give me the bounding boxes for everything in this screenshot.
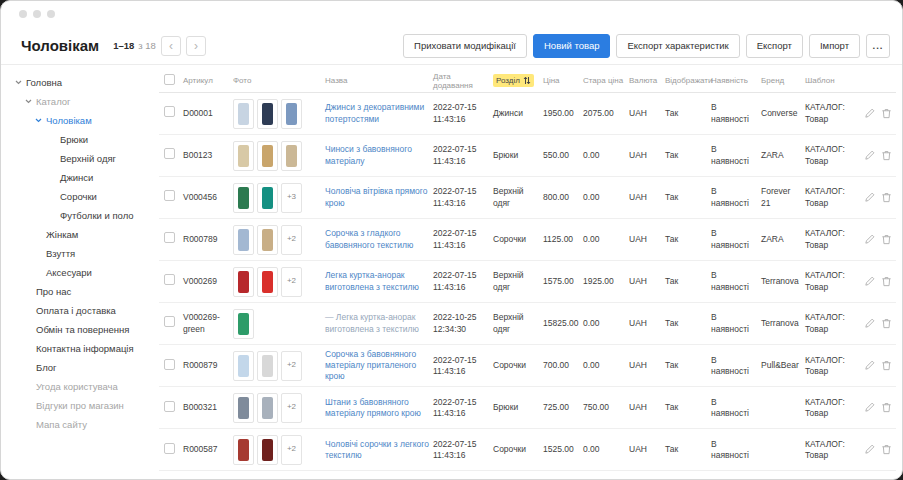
edit-icon[interactable]: [864, 276, 875, 287]
column-header-availability[interactable]: Наявність: [711, 76, 761, 85]
pagination-next-button[interactable]: ›: [186, 36, 206, 56]
product-name-link[interactable]: Сорочка з бавовняного матеріалу притален…: [325, 349, 429, 382]
sidebar-item[interactable]: Жінкам: [1, 225, 151, 244]
sidebar-item[interactable]: Оплата і доставка: [1, 301, 151, 320]
delete-icon[interactable]: [881, 402, 892, 413]
product-photo[interactable]: [281, 141, 302, 171]
column-header-currency[interactable]: Валюта: [629, 76, 665, 85]
row-checkbox[interactable]: [164, 148, 175, 159]
export-characteristics-button[interactable]: Експорт характеристик: [616, 34, 739, 58]
sidebar-item[interactable]: Контактна інформація: [1, 339, 151, 358]
select-all-checkbox[interactable]: [164, 74, 175, 85]
product-photo[interactable]: [257, 435, 278, 465]
product-photo[interactable]: [257, 99, 278, 129]
delete-icon[interactable]: [881, 360, 892, 371]
row-checkbox[interactable]: [164, 232, 175, 243]
chevron-down-icon[interactable]: [15, 80, 22, 85]
product-photo[interactable]: [233, 435, 254, 465]
hide-modifications-button[interactable]: Приховати модифікації: [403, 34, 527, 58]
column-header-name[interactable]: Назва: [325, 76, 433, 85]
pagination-prev-button[interactable]: ‹: [161, 36, 181, 56]
more-photos-badge[interactable]: +2: [281, 351, 302, 381]
sidebar-item[interactable]: Угода користувача: [1, 377, 151, 396]
more-photos-badge[interactable]: +2: [281, 225, 302, 255]
delete-icon[interactable]: [881, 318, 892, 329]
sidebar-item[interactable]: Джинси: [1, 168, 151, 187]
product-photo[interactable]: [257, 393, 278, 423]
column-header-old-price[interactable]: Стара ціна: [583, 76, 629, 85]
product-name-link[interactable]: Легка куртка-анорак виготовлена з тексти…: [325, 270, 429, 292]
column-header-price[interactable]: Ціна: [543, 76, 583, 85]
column-header-date[interactable]: Дата додавання: [433, 72, 493, 90]
product-photo[interactable]: [257, 141, 278, 171]
row-checkbox[interactable]: [164, 190, 175, 201]
section-sort-pill[interactable]: Розділ: [493, 74, 534, 87]
more-photos-badge[interactable]: +2: [281, 267, 302, 297]
sidebar-item[interactable]: Аксесуари: [1, 263, 151, 282]
sidebar-item[interactable]: Про нас: [1, 282, 151, 301]
product-name-link[interactable]: Чоловіча вітрівка прямого крою: [325, 186, 429, 208]
sidebar-item[interactable]: Верхній одяг: [1, 149, 151, 168]
edit-icon[interactable]: [864, 192, 875, 203]
row-checkbox[interactable]: [164, 106, 175, 117]
import-button[interactable]: Імпорт: [809, 34, 860, 58]
sidebar-item[interactable]: Обмін та повернення: [1, 320, 151, 339]
sidebar-item[interactable]: Мапа сайту: [1, 415, 151, 434]
product-photo[interactable]: [233, 267, 254, 297]
chevron-down-icon[interactable]: [35, 118, 42, 123]
row-checkbox[interactable]: [164, 274, 175, 285]
column-header-photo[interactable]: Фото: [233, 76, 325, 85]
product-photo[interactable]: [257, 183, 278, 213]
product-photo[interactable]: [233, 393, 254, 423]
product-photo[interactable]: [233, 225, 254, 255]
delete-icon[interactable]: [881, 444, 892, 455]
sidebar-item[interactable]: Футболки и поло: [1, 206, 151, 225]
sidebar-item[interactable]: Брюки: [1, 130, 151, 149]
edit-icon[interactable]: [864, 150, 875, 161]
new-product-button[interactable]: Новий товар: [533, 34, 610, 58]
product-photo[interactable]: [257, 351, 278, 381]
row-checkbox[interactable]: [164, 401, 175, 412]
product-name-link[interactable]: Чоловічі сорочки з легкого текстилю: [325, 439, 429, 461]
more-photos-badge[interactable]: +2: [281, 435, 302, 465]
window-minimize-button[interactable]: [33, 10, 41, 18]
product-name-link[interactable]: Сорочка з гладкого бавовняного текстилю: [325, 228, 429, 250]
column-header-template[interactable]: Шаблон: [805, 76, 863, 85]
product-name-link[interactable]: Чиноси з бавовняного матеріалу: [325, 144, 429, 166]
sidebar-item[interactable]: Блог: [1, 358, 151, 377]
edit-icon[interactable]: [864, 234, 875, 245]
product-photo[interactable]: [257, 267, 278, 297]
sidebar-item[interactable]: Головна: [1, 73, 151, 92]
product-name-link[interactable]: Штани з бавовняного матеріалу прямого кр…: [325, 397, 429, 419]
delete-icon[interactable]: [881, 192, 892, 203]
product-name-link[interactable]: — Легка куртка-анорак виготовлена з текс…: [325, 312, 429, 334]
sidebar-item[interactable]: Чоловікам: [1, 111, 151, 130]
chevron-down-icon[interactable]: [25, 99, 32, 104]
sidebar-item[interactable]: Каталог: [1, 92, 151, 111]
more-photos-badge[interactable]: +3: [281, 183, 302, 213]
sidebar-item[interactable]: Взуття: [1, 244, 151, 263]
window-maximize-button[interactable]: [47, 10, 55, 18]
column-header-display[interactable]: Відображати: [665, 76, 711, 85]
delete-icon[interactable]: [881, 150, 892, 161]
column-header-sku[interactable]: Артикул: [183, 76, 233, 85]
delete-icon[interactable]: [881, 108, 892, 119]
product-photo[interactable]: [233, 351, 254, 381]
row-checkbox[interactable]: [164, 443, 175, 454]
edit-icon[interactable]: [864, 402, 875, 413]
product-photo[interactable]: [233, 309, 254, 339]
column-header-brand[interactable]: Бренд: [761, 76, 805, 85]
product-photo[interactable]: [281, 99, 302, 129]
sidebar-item[interactable]: Відгуки про магазин: [1, 396, 151, 415]
more-actions-button[interactable]: ...: [866, 34, 890, 58]
product-photo[interactable]: [257, 225, 278, 255]
row-checkbox[interactable]: [164, 359, 175, 370]
delete-icon[interactable]: [881, 234, 892, 245]
product-photo[interactable]: [233, 99, 254, 129]
product-photo[interactable]: [233, 141, 254, 171]
more-photos-badge[interactable]: +2: [281, 393, 302, 423]
row-checkbox[interactable]: [164, 316, 175, 327]
edit-icon[interactable]: [864, 444, 875, 455]
product-name-link[interactable]: Джинси з декоративними потертостями: [325, 102, 429, 124]
product-photo[interactable]: [233, 183, 254, 213]
